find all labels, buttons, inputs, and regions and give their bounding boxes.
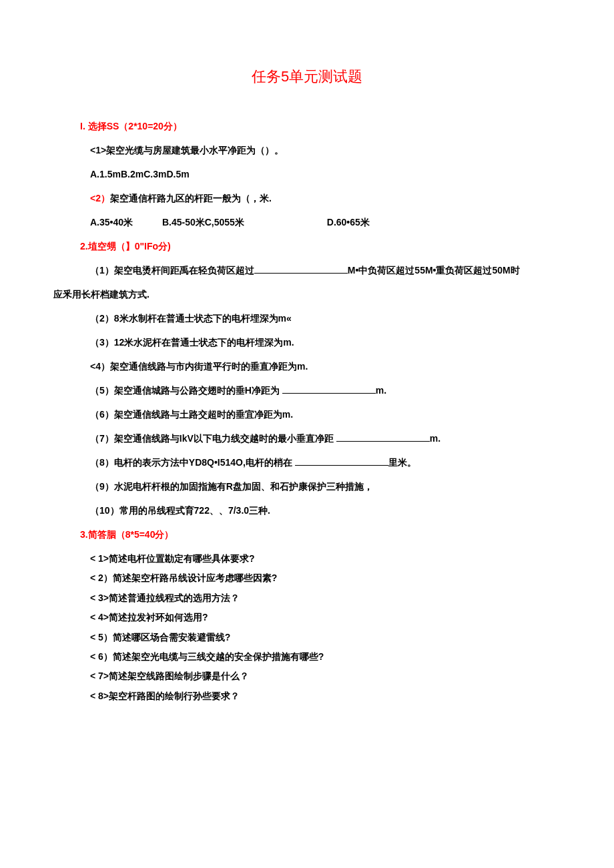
s1-q1-label: <1> bbox=[90, 145, 106, 155]
blank-line bbox=[254, 264, 348, 274]
section2-heading: 2.埴空甥（】0"IFo分) bbox=[80, 237, 561, 256]
s2-q8-prefix: （8） bbox=[90, 457, 114, 468]
s1-q2-text: 架空通信杆路九区的杆距一般为（，米. bbox=[110, 193, 272, 203]
s3-q1: < 1>简述电杆位置勘定有哪些具体要求? bbox=[90, 549, 561, 568]
s3-q8: < 8>架空杆路图的绘制行孙些要求？ bbox=[90, 687, 561, 706]
s1-q2-optA: A.35•40米 bbox=[90, 213, 133, 232]
blank-line bbox=[336, 432, 430, 442]
s3-q7: < 7>简述架空线路图绘制步骤是什么？ bbox=[90, 667, 561, 686]
s2-q5-prefix: （5） bbox=[90, 385, 114, 396]
section1-heading: I. 选择SS（2*10=20分） bbox=[80, 117, 561, 135]
s1-q2-label: <2） bbox=[90, 193, 110, 203]
s3-q6: < 6）简述架空光电缆与三线交越的安全保护措施有哪些? bbox=[90, 647, 561, 667]
section3-heading: 3.简答胭（8*5=40分） bbox=[80, 525, 561, 544]
s2-q5: （5）架空通信城路与公路交翅时的垂H净距为 m. bbox=[90, 381, 561, 400]
s1-q2-optB: B.45-50米C,5055米 bbox=[162, 213, 244, 232]
s2-q7-suffix: m. bbox=[430, 433, 440, 444]
s3-q5: < 5）简述哪区场合需安装避雷线? bbox=[90, 628, 561, 647]
s2-q1-prefix: （1） bbox=[90, 265, 114, 276]
s3-q2: < 2）简述架空杆路吊线设计应考虑哪些因素? bbox=[90, 568, 561, 588]
blank-line bbox=[282, 384, 376, 394]
s2-q3: （3）12米水泥杆在普通士状态下的电杆埋深为m. bbox=[90, 333, 561, 352]
page-title: 任务5单元测试题 bbox=[53, 67, 561, 87]
s2-q1-cont: 应釆用长杆档建筑方式. bbox=[53, 285, 561, 304]
s2-q9: （9）水泥电杆杆根的加固指施有R盘加固、和石护康保护三种措施， bbox=[90, 477, 561, 496]
s1-q2-options: A.35•40米 B.45-50米C,5055米 D.60•65米 bbox=[90, 213, 561, 232]
s2-q4: <4）架空通信线路与市内街道平行时的垂直净距为m. bbox=[90, 357, 561, 376]
s3-q4: < 4>简述拉发衬环如何选用? bbox=[90, 608, 561, 627]
s1-q2: <2）架空通信杆路九区的杆距一般为（，米. bbox=[90, 189, 561, 207]
blank-line bbox=[295, 456, 388, 466]
s2-q8: （8）电杆的表示方法中YD8Q•I514O,电杆的梢在 里米。 bbox=[90, 453, 561, 472]
s2-q1-text1: 架空电烫杆间距禹在轻负荷区超过 bbox=[114, 265, 254, 276]
s1-q2-optD: D.60•65米 bbox=[327, 213, 370, 232]
s2-q7-text1: 架空通信线路与IkV以下电力线交越时的最小垂直净距 bbox=[114, 433, 334, 444]
s3-q3: < 3>简述普通拉线程式的选用方法？ bbox=[90, 588, 561, 608]
s2-q7: （7）架空通信线路与IkV以下电力线交越时的最小垂直净距 m. bbox=[90, 429, 561, 448]
s1-q1-text: 架空光缆与房屋建筑最小水平净距为（）。 bbox=[106, 145, 284, 155]
s2-q8-suffix: 里米。 bbox=[388, 457, 416, 468]
s2-q7-prefix: （7） bbox=[90, 433, 114, 444]
s2-q5-suffix: m. bbox=[376, 385, 386, 396]
s2-q10: （10）常用的吊线程式育722、、7/3.0三种. bbox=[90, 501, 561, 520]
s2-q2: （2）8米水制杆在普通士状态下的电杆埋深为m« bbox=[90, 309, 561, 328]
s2-q6: （6）架空通信线路与土路交超时的垂宜净距为m. bbox=[90, 405, 561, 424]
s2-q8-text1: 电杆的表示方法中YD8Q•I514O,电杆的梢在 bbox=[114, 457, 292, 468]
s2-q1: （1）架空电烫杆间距禹在轻负荷区超过M•中负荷区超过55M•重负荷区超过50M时 bbox=[90, 261, 561, 280]
s1-q1: <1>架空光缆与房屋建筑最小水平净距为（）。 bbox=[90, 141, 561, 159]
s1-q1-options: A.1.5mB.2mC.3mD.5m bbox=[90, 165, 561, 183]
s2-q5-text1: 架空通信城路与公路交翅时的垂H净距为 bbox=[114, 385, 280, 396]
s2-q1-text2: M•中负荷区超过55M•重负荷区超过50M时 bbox=[348, 265, 520, 276]
